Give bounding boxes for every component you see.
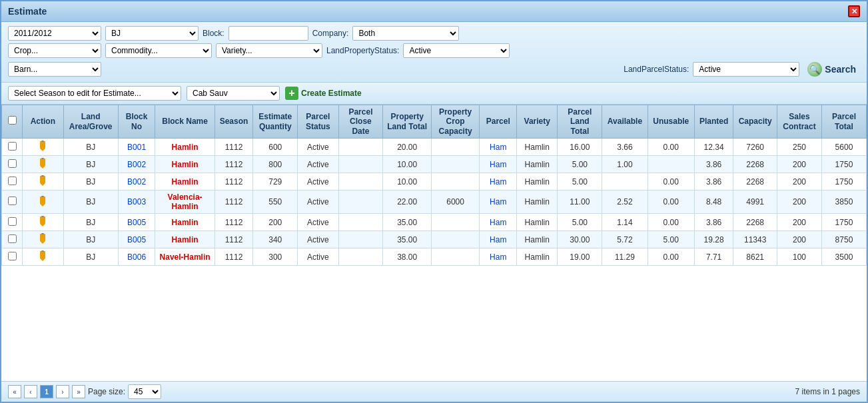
row-property-land-total: 35.00 xyxy=(383,214,431,231)
row-block-no[interactable]: B001 xyxy=(118,139,155,156)
page-size-select[interactable]: 10 25 45 100 xyxy=(128,384,161,399)
row-parcel[interactable]: Ham xyxy=(480,156,517,173)
row-checkbox[interactable] xyxy=(8,234,17,243)
page-size-label: Page size: xyxy=(88,387,125,396)
land-parcel-label: LandParcelStatus: xyxy=(624,65,689,74)
row-parcel-close-date xyxy=(338,231,383,248)
title-bar: Estimate ✕ xyxy=(1,1,867,22)
row-property-land-total: 10.00 xyxy=(383,156,431,173)
row-parcel-status: Active xyxy=(298,248,338,266)
row-variety: Hamlin xyxy=(517,231,558,248)
row-checkbox[interactable] xyxy=(8,142,17,151)
row-available: 1.00 xyxy=(602,156,648,173)
header-estimate-qty: Estimate Quantity xyxy=(253,105,298,139)
toolbar-row-2: Crop... Commodity... Variety... LandProp… xyxy=(8,43,860,58)
land-select[interactable]: BJ xyxy=(105,26,199,41)
current-page-button[interactable]: 1 xyxy=(40,385,53,398)
create-estimate-button[interactable]: + Create Estimate xyxy=(285,87,362,100)
row-variety: Hamlin xyxy=(517,191,558,214)
row-parcel-close-date xyxy=(338,173,383,191)
commodity-select[interactable]: Commodity... xyxy=(105,43,212,58)
last-page-button[interactable]: » xyxy=(72,385,85,398)
row-sales-contract: 200 xyxy=(777,214,822,231)
block-input[interactable] xyxy=(228,26,308,41)
row-parcel-land-total: 16.00 xyxy=(558,139,602,156)
toolbar-row-3: Barn... LandParcelStatus: Active Inactiv… xyxy=(8,61,860,78)
row-property-land-total: 22.00 xyxy=(383,191,431,214)
prev-page-button[interactable]: ‹ xyxy=(24,385,37,398)
row-sales-contract: 100 xyxy=(777,248,822,266)
edit-icon[interactable] xyxy=(38,196,47,208)
svg-rect-6 xyxy=(40,176,45,183)
row-capacity: 4991 xyxy=(733,191,777,214)
row-checkbox[interactable] xyxy=(8,197,17,205)
row-block-no[interactable]: B002 xyxy=(118,173,155,191)
edit-icon[interactable] xyxy=(38,250,47,263)
header-variety: Variety xyxy=(517,105,558,139)
edit-icon[interactable] xyxy=(38,216,47,228)
row-property-land-total: 10.00 xyxy=(383,173,431,191)
row-checkbox[interactable] xyxy=(8,177,17,185)
row-parcel[interactable]: Ham xyxy=(480,139,517,156)
svg-rect-0 xyxy=(40,141,45,149)
header-property-land-total: Property Land Total xyxy=(383,105,431,139)
row-checkbox-cell xyxy=(2,191,23,214)
header-block-name: Block Name xyxy=(155,105,215,139)
crop-select[interactable]: Crop... xyxy=(8,43,101,58)
row-parcel-land-total: 5.00 xyxy=(558,173,602,191)
select-all-checkbox[interactable] xyxy=(8,116,17,125)
row-parcel[interactable]: Ham xyxy=(480,191,517,214)
season-estimate-select[interactable]: Select Season to edit for Estimate... xyxy=(8,86,181,101)
header-planted: Planted xyxy=(694,105,733,139)
row-sales-contract: 200 xyxy=(777,156,822,173)
row-action-cell xyxy=(23,156,63,173)
row-checkbox[interactable] xyxy=(8,252,17,260)
row-planted: 8.48 xyxy=(694,191,733,214)
pagination-controls: « ‹ 1 › » Page size: 10 25 45 100 xyxy=(8,384,161,399)
header-parcel-close-date: Parcel Close Date xyxy=(338,105,383,139)
row-capacity: 2268 xyxy=(733,173,777,191)
variety-select[interactable]: Variety... xyxy=(216,43,322,58)
edit-icon[interactable] xyxy=(38,141,47,153)
year-select[interactable]: 2011/2012 2012/2013 2010/2011 xyxy=(8,26,101,41)
row-parcel[interactable]: Ham xyxy=(480,248,517,266)
row-property-crop-capacity: 6000 xyxy=(431,191,479,214)
row-property-land-total: 20.00 xyxy=(383,139,431,156)
row-parcel[interactable]: Ham xyxy=(480,214,517,231)
row-available: 11.29 xyxy=(602,248,648,266)
next-page-button[interactable]: › xyxy=(56,385,69,398)
row-checkbox[interactable] xyxy=(8,217,17,226)
row-parcel[interactable]: Ham xyxy=(480,173,517,191)
row-checkbox[interactable] xyxy=(8,159,17,168)
variety-filter-select[interactable]: Cab Sauv xyxy=(187,86,280,101)
row-block-no[interactable]: B003 xyxy=(118,191,155,214)
row-unusable: 0.00 xyxy=(648,248,694,266)
table-row: BJ B003 Valencia-Hamlin 1112 550 Active … xyxy=(2,191,867,214)
close-button[interactable]: ✕ xyxy=(848,5,860,17)
row-unusable: 0.00 xyxy=(648,173,694,191)
main-window: Estimate ✕ 2011/2012 2012/2013 2010/2011… xyxy=(0,0,868,403)
edit-icon[interactable] xyxy=(38,158,47,171)
row-estimate-qty: 729 xyxy=(253,173,298,191)
company-select[interactable]: Both Active Inactive xyxy=(352,26,459,41)
row-block-no[interactable]: B006 xyxy=(118,248,155,266)
edit-icon[interactable] xyxy=(38,175,47,188)
row-parcel[interactable]: Ham xyxy=(480,231,517,248)
edit-icon[interactable] xyxy=(38,233,47,246)
land-parcel-select[interactable]: Active Inactive Both xyxy=(693,62,799,77)
row-block-no[interactable]: B005 xyxy=(118,231,155,248)
row-checkbox-cell xyxy=(2,139,23,156)
row-block-name: Hamlin xyxy=(155,173,215,191)
barn-select[interactable]: Barn... xyxy=(8,62,101,77)
land-property-select[interactable]: Active Inactive Both xyxy=(403,43,510,58)
row-block-no[interactable]: B005 xyxy=(118,214,155,231)
svg-rect-20 xyxy=(41,250,44,252)
row-unusable: 0.00 xyxy=(648,191,694,214)
row-block-no[interactable]: B002 xyxy=(118,156,155,173)
search-button[interactable]: 🔍 Search xyxy=(803,61,860,78)
row-estimate-qty: 300 xyxy=(253,248,298,266)
first-page-button[interactable]: « xyxy=(8,385,21,398)
row-capacity: 2268 xyxy=(733,156,777,173)
row-season: 1112 xyxy=(215,248,253,266)
row-capacity: 8621 xyxy=(733,248,777,266)
